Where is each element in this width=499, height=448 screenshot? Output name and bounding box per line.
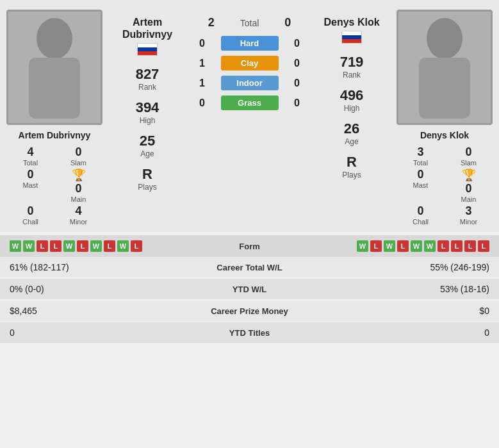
right-form-badges: WLWLWWLLLL [357, 240, 489, 252]
form-badge-w: W [357, 240, 368, 252]
left-player-silhouette [16, 16, 93, 119]
form-badge-l: L [397, 240, 409, 252]
right-rank-label: Rank [343, 71, 361, 79]
stats-right-2: $0 [314, 306, 490, 316]
middle-comparison: 2 Total 0 0 Hard 0 1 Clay 0 [186, 10, 313, 226]
form-section: WWLLWLWLWL Form WLWLWWLLLL [0, 235, 499, 257]
left-mast-label: Mast [23, 181, 38, 189]
form-badge-w: W [63, 240, 75, 252]
left-rank-label: Rank [138, 83, 156, 92]
clay-badge: Clay [221, 56, 279, 71]
stats-left-3: 0 [10, 328, 186, 338]
form-badge-w: W [424, 240, 436, 252]
stats-row-2: $8,465 Career Prize Money $0 [0, 301, 499, 322]
left-total-label: Total [23, 159, 38, 167]
right-age-value: 26 [344, 120, 359, 137]
stats-row-0: 61% (182-117) Career Total W/L 55% (246-… [0, 257, 499, 279]
right-minor-label: Minor [460, 218, 478, 226]
left-player-name: Artem Dubrivnyy [19, 130, 91, 140]
left-minor-value: 4 [75, 204, 81, 218]
stats-left-0: 61% (182-117) [10, 262, 186, 272]
form-badge-l: L [370, 240, 382, 252]
left-minor-cell: 4 Minor [58, 204, 99, 226]
right-total-cell: 3 Total [400, 145, 441, 167]
main-container: Artem Dubrivnyy 4 Total 0 Slam 0 Mast 🏆 … [0, 0, 499, 344]
right-age-row: 26 Age [344, 120, 359, 146]
right-player-photo [397, 10, 493, 125]
clay-left: 1 [189, 58, 205, 69]
indoor-row: 1 Indoor 0 [189, 76, 310, 90]
form-badge-l: L [131, 240, 142, 252]
svg-point-0 [37, 18, 72, 59]
right-main-value: 0 [465, 182, 471, 195]
right-chall-label: Chall [413, 218, 429, 226]
left-age-value: 25 [140, 133, 155, 149]
left-chall-value: 0 [27, 204, 33, 218]
clay-right: 0 [294, 58, 310, 69]
hard-left: 0 [189, 38, 205, 49]
right-plays-row: R Plays [342, 154, 361, 179]
stats-left-1: 0% (0-0) [10, 284, 186, 294]
left-high-label: High [140, 116, 156, 125]
left-plays-row: R Plays [138, 166, 156, 192]
right-minor-value: 3 [465, 204, 471, 218]
form-badge-w: W [117, 240, 129, 252]
right-main-label: Main [461, 195, 477, 203]
left-slam-label: Slam [70, 159, 86, 167]
stats-label-2: Career Prize Money [186, 306, 314, 316]
form-badge-w: W [411, 240, 422, 252]
right-plays-value: R [347, 154, 357, 170]
right-flag [341, 31, 362, 44]
left-chall-cell: 0 Chall [10, 204, 51, 226]
right-age-label: Age [345, 137, 358, 146]
indoor-right: 0 [294, 78, 310, 89]
hard-right: 0 [294, 38, 310, 49]
svg-point-2 [427, 18, 462, 59]
left-flag [137, 43, 158, 56]
right-high-value: 496 [340, 87, 364, 104]
player-comparison-section: Artem Dubrivnyy 4 Total 0 Slam 0 Mast 🏆 … [0, 0, 499, 232]
right-chall-value: 0 [417, 204, 423, 218]
form-badge-w: W [384, 240, 395, 252]
grass-badge: Grass [221, 95, 279, 110]
left-mast-cell: 0 Mast [10, 168, 51, 203]
left-age-label: Age [140, 149, 154, 158]
left-total-value: 4 [27, 145, 33, 159]
right-mast-cell: 0 Mast [400, 168, 441, 203]
left-plays-label: Plays [138, 183, 156, 192]
right-total-value: 3 [417, 145, 423, 159]
form-badge-l: L [50, 240, 61, 252]
right-rank-row: 719 Rank [340, 54, 364, 79]
svg-rect-3 [419, 58, 470, 119]
left-name-center: Artem Dubrivnyy [109, 16, 186, 40]
right-center-stats: Denys Klok 719 Rank 496 High 26 Age R Pl… [313, 10, 390, 226]
stats-label-0: Career Total W/L [186, 263, 314, 272]
stats-label-3: YTD Titles [186, 328, 314, 338]
right-player-stats: 3 Total 0 Slam 0 Mast 🏆 0 Main 0 [400, 145, 489, 226]
grass-row: 0 Grass 0 [189, 95, 310, 110]
left-main-value: 0 [75, 182, 81, 195]
left-form-badges: WWLLWLWLWL [10, 240, 142, 252]
form-badge-l: L [478, 240, 489, 252]
right-name-center: Denys Klok [323, 16, 379, 28]
right-player-section: Denys Klok 3 Total 0 Slam 0 Mast 🏆 0 Ma [390, 10, 499, 226]
left-mast-value: 0 [27, 168, 33, 181]
left-rank-value: 827 [136, 66, 160, 83]
left-trophy-icon: 🏆 [72, 168, 86, 182]
indoor-left: 1 [189, 78, 205, 89]
right-main-cell: 🏆 0 Main [448, 168, 489, 203]
form-badge-l: L [77, 240, 88, 252]
right-slam-label: Slam [461, 159, 477, 167]
stats-right-0: 55% (246-199) [314, 262, 490, 272]
left-high-row: 394 High [136, 99, 160, 125]
grass-left: 0 [189, 97, 205, 109]
right-rank-value: 719 [340, 54, 364, 71]
svg-rect-1 [29, 58, 80, 119]
form-badge-l: L [438, 240, 449, 252]
left-player-photo [6, 10, 102, 125]
form-badge-l: L [104, 240, 115, 252]
total-row: 2 Total 0 [202, 16, 298, 29]
indoor-badge: Indoor [221, 76, 279, 90]
right-slam-value: 0 [465, 145, 471, 159]
right-minor-cell: 3 Minor [448, 204, 489, 226]
